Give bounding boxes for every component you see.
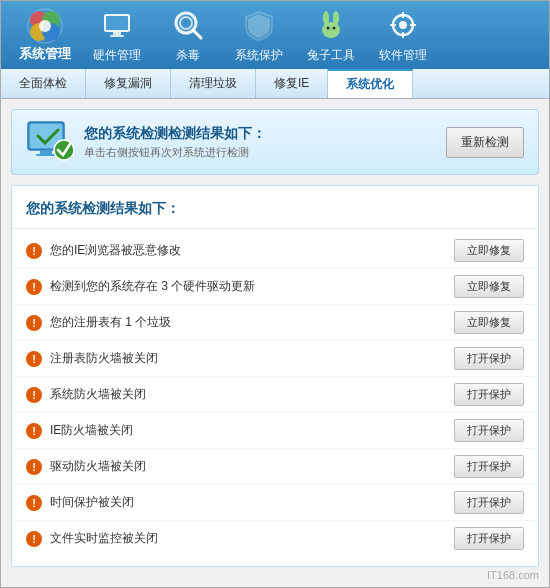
svg-rect-27 <box>36 154 56 156</box>
svg-rect-7 <box>106 16 128 30</box>
action-btn-6[interactable]: 打开保护 <box>454 455 524 478</box>
nav-protect-label: 系统保护 <box>235 47 283 64</box>
warn-icon-1: ! <box>26 279 42 295</box>
warn-icon-5: ! <box>26 423 42 439</box>
nav-hardware[interactable]: 硬件管理 <box>81 1 153 70</box>
result-left-7: ! 时间保护被关闭 <box>26 494 454 511</box>
result-left-8: ! 文件实时监控被关闭 <box>26 530 454 547</box>
result-row: ! 驱动防火墙被关闭 打开保护 <box>12 449 538 485</box>
svg-point-19 <box>399 21 407 29</box>
protect-icon <box>241 7 277 43</box>
result-row: ! 您的注册表有 1 个垃圾 立即修复 <box>12 305 538 341</box>
logo-item[interactable]: 系统管理 <box>9 1 81 69</box>
tab-repair-errors[interactable]: 修复漏洞 <box>86 69 171 98</box>
svg-rect-26 <box>40 150 52 154</box>
warn-icon-3: ! <box>26 351 42 367</box>
logo-label: 系统管理 <box>19 45 71 63</box>
result-left-2: ! 您的注册表有 1 个垃圾 <box>26 314 454 331</box>
action-btn-4[interactable]: 打开保护 <box>454 383 524 406</box>
tab-optimize[interactable]: 系统优化 <box>328 69 413 98</box>
warn-icon-2: ! <box>26 315 42 331</box>
svg-line-11 <box>193 30 201 38</box>
svg-rect-9 <box>110 35 124 37</box>
result-text-4: 系统防火墙被关闭 <box>50 386 146 403</box>
tab-repair-ie[interactable]: 修复IE <box>256 69 328 98</box>
results-title: 您的系统检测结果如下： <box>12 196 538 229</box>
svg-point-16 <box>327 26 330 29</box>
result-row: ! 系统防火墙被关闭 打开保护 <box>12 377 538 413</box>
nav-rabbit[interactable]: 兔子工具 <box>295 1 367 70</box>
action-btn-0[interactable]: 立即修复 <box>454 239 524 262</box>
result-left-5: ! IE防火墙被关闭 <box>26 422 454 439</box>
result-text-1: 检测到您的系统存在 3 个硬件驱动更新 <box>50 278 255 295</box>
result-row: ! 文件实时监控被关闭 打开保护 <box>12 521 538 556</box>
result-text-3: 注册表防火墙被关闭 <box>50 350 158 367</box>
nav-protect[interactable]: 系统保护 <box>223 1 295 70</box>
svg-point-14 <box>323 11 329 25</box>
svg-point-17 <box>333 26 336 29</box>
action-btn-3[interactable]: 打开保护 <box>454 347 524 370</box>
tab-bar: 全面体检 修复漏洞 清理垃圾 修复IE 系统优化 <box>1 69 549 99</box>
result-text-2: 您的注册表有 1 个垃圾 <box>50 314 171 331</box>
svg-point-12 <box>180 17 192 29</box>
result-row: ! IE防火墙被关闭 打开保护 <box>12 413 538 449</box>
recheck-button[interactable]: 重新检测 <box>446 127 524 158</box>
result-text-0: 您的IE浏览器被恶意修改 <box>50 242 181 259</box>
warn-icon-6: ! <box>26 459 42 475</box>
result-row: ! 检测到您的系统存在 3 个硬件驱动更新 立即修复 <box>12 269 538 305</box>
action-btn-7[interactable]: 打开保护 <box>454 491 524 514</box>
result-left-3: ! 注册表防火墙被关闭 <box>26 350 454 367</box>
svg-point-15 <box>333 11 339 25</box>
action-btn-1[interactable]: 立即修复 <box>454 275 524 298</box>
warn-icon-8: ! <box>26 531 42 547</box>
top-nav-bar: 系统管理 硬件管理 杀毒 <box>1 1 549 69</box>
result-row: ! 时间保护被关闭 打开保护 <box>12 485 538 521</box>
result-left-4: ! 系统防火墙被关闭 <box>26 386 454 403</box>
result-left-1: ! 检测到您的系统存在 3 个硬件驱动更新 <box>26 278 454 295</box>
svg-point-13 <box>322 22 340 38</box>
result-text-6: 驱动防火墙被关闭 <box>50 458 146 475</box>
kill-icon <box>170 7 206 43</box>
result-left-6: ! 驱动防火墙被关闭 <box>26 458 454 475</box>
monitor-icon <box>26 120 74 164</box>
nav-rabbit-label: 兔子工具 <box>307 47 355 64</box>
nav-hardware-label: 硬件管理 <box>93 47 141 64</box>
nav-software-label: 软件管理 <box>379 47 427 64</box>
result-row: ! 注册表防火墙被关闭 打开保护 <box>12 341 538 377</box>
hardware-icon <box>99 7 135 43</box>
results-section: 您的系统检测结果如下： ! 您的IE浏览器被恶意修改 立即修复 ! 检测到您的系… <box>11 185 539 567</box>
watermark: IT168.com <box>487 569 539 581</box>
warn-icon-4: ! <box>26 387 42 403</box>
result-row: ! 您的IE浏览器被恶意修改 立即修复 <box>12 233 538 269</box>
nav-software[interactable]: 软件管理 <box>367 1 439 70</box>
svg-rect-8 <box>113 32 121 35</box>
summary-left: 您的系统检测检测结果如下： 单击右侧按钮再次对系统进行检测 <box>26 120 266 164</box>
result-left-0: ! 您的IE浏览器被恶意修改 <box>26 242 454 259</box>
result-text-5: IE防火墙被关闭 <box>50 422 133 439</box>
nav-kill-label: 杀毒 <box>176 47 200 64</box>
summary-subtitle: 单击右侧按钮再次对系统进行检测 <box>84 145 266 160</box>
warn-icon-7: ! <box>26 495 42 511</box>
summary-box: 您的系统检测检测结果如下： 单击右侧按钮再次对系统进行检测 重新检测 <box>11 109 539 175</box>
tab-full-check[interactable]: 全面体检 <box>1 69 86 98</box>
action-btn-5[interactable]: 打开保护 <box>454 419 524 442</box>
result-text-7: 时间保护被关闭 <box>50 494 134 511</box>
summary-text: 您的系统检测检测结果如下： 单击右侧按钮再次对系统进行检测 <box>84 125 266 160</box>
warn-icon-0: ! <box>26 243 42 259</box>
action-btn-2[interactable]: 立即修复 <box>454 311 524 334</box>
action-btn-8[interactable]: 打开保护 <box>454 527 524 550</box>
summary-title: 您的系统检测检测结果如下： <box>84 125 266 143</box>
logo-icon <box>25 7 65 45</box>
svg-point-5 <box>39 20 51 32</box>
nav-kill[interactable]: 杀毒 <box>153 1 223 70</box>
tab-clean-trash[interactable]: 清理垃圾 <box>171 69 256 98</box>
result-text-8: 文件实时监控被关闭 <box>50 530 158 547</box>
rabbit-icon <box>313 7 349 43</box>
software-icon <box>385 7 421 43</box>
